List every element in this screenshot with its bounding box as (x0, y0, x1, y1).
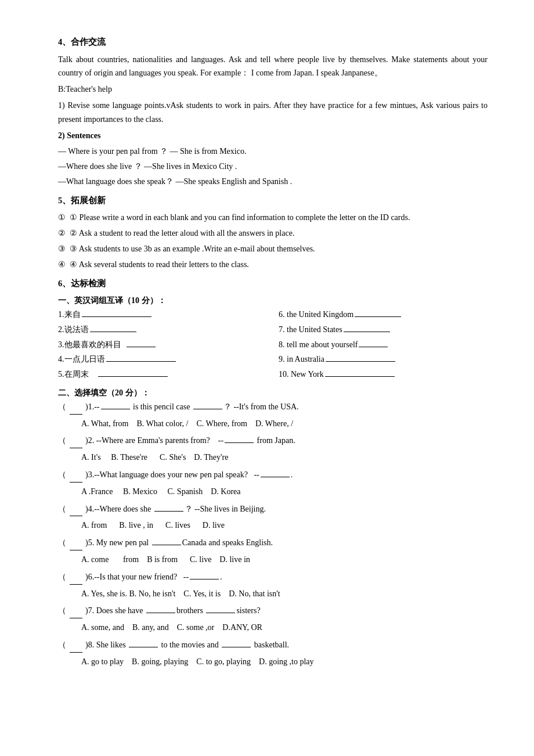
mc-options-5: A. come from B is from C. live D. live i… (81, 553, 488, 567)
section-5-item-4: ④ ④ Ask several students to read their l… (58, 258, 488, 272)
mc-item-1: （ )1.-- is this pencil case ？ --It's fro… (58, 400, 488, 415)
mc-item-7: （ )7. Does she have brothers sisters? (58, 604, 488, 618)
part-2: 二、选择填空（20 分）： （ )1.-- is this pencil cas… (58, 386, 488, 669)
part-1-title: 一、英汉词组互译（10 分）： (58, 294, 488, 308)
vocab-item-3-right: 8. tell me about yourself (279, 338, 488, 352)
section-5-item-1: ① ① Please write a word in each blank an… (58, 211, 488, 225)
section-4-p3: 1) Revise some language points.vAsk stud… (58, 99, 488, 127)
section-5-item-2: ② ② Ask a student to read the letter alo… (58, 226, 488, 240)
page-content: 4、合作交流 Talk about countries, nationaliti… (58, 35, 488, 669)
section-4-p4: 2) Sentences (58, 129, 488, 143)
vocab-item-2-left: 2.说法语 (58, 323, 267, 337)
mc-options-6: A. Yes, she is. B. No, he isn't C. Yes, … (81, 587, 488, 601)
mc-options-8: A. go to play B. going, playing C. to go… (81, 655, 488, 669)
qa-line-1: — Where is your pen pal from ？ — She is … (58, 145, 488, 159)
mc-item-8: （ )8. She likes to the movies and basket… (58, 638, 488, 653)
section-5-title: 5、拓展创新 (58, 193, 488, 208)
mc-options-3: A .France B. Mexico C. Spanish D. Korea (81, 485, 488, 499)
section-4-p2: B:Teacher's help (58, 82, 488, 96)
part-1: 一、英汉词组互译（10 分）： 1.来自 6. the United Kingd… (58, 294, 488, 381)
mc-item-6: （ )6.--Is that your new friend? --. (58, 570, 488, 585)
vocab-item-3-left: 3.他最喜欢的科目 (58, 338, 267, 352)
vocab-grid: 1.来自 6. the United Kingdom 2.说法语 7. the … (58, 308, 488, 381)
vocab-item-4-left: 4.一点儿日语 (58, 352, 267, 366)
qa-line-3: —What language does she speak？ —She spea… (58, 175, 488, 189)
section-5: 5、拓展创新 ① ① Please write a word in each b… (58, 193, 488, 272)
mc-item-2: （ )2. --Where are Emma's parents from? -… (58, 434, 488, 448)
vocab-item-5-right: 10. New York (279, 368, 488, 381)
section-4-title: 4、合作交流 (58, 35, 488, 49)
mc-options-1: A. What, from B. What color, / C. Where,… (81, 417, 488, 431)
mc-item-3: （ )3.--What language does your new pen p… (58, 468, 488, 483)
mc-options-7: A. some, and B. any, and C. some ,or D.A… (81, 621, 488, 635)
vocab-item-2-right: 7. the United States (279, 323, 488, 337)
section-4: 4、合作交流 Talk about countries, nationaliti… (58, 35, 488, 189)
part-2-title: 二、选择填空（20 分）： (58, 386, 488, 400)
vocab-item-5-left: 5.在周末 (58, 368, 267, 381)
mc-item-4: （ )4.--Where does she ？ --She lives in B… (58, 502, 488, 517)
mc-item-5: （ )5. My new pen pal Canada and speaks E… (58, 536, 488, 550)
section-5-item-3: ③ ③ Ask students to use 3b as an example… (58, 242, 488, 256)
section-6-title: 6、达标检测 (58, 276, 488, 291)
mc-options-2: A. It's B. These're C. She's D. They're (81, 451, 488, 465)
section-4-p1: Talk about countries, nationalities and … (58, 53, 488, 81)
vocab-item-1-left: 1.来自 (58, 308, 267, 322)
vocab-item-4-right: 9. in Australia (279, 352, 488, 366)
mc-options-4: A. from B. live , in C. lives D. live (81, 519, 488, 532)
qa-line-2: —Where does she live ？ —She lives in Mex… (58, 160, 488, 174)
vocab-item-1-right: 6. the United Kingdom (279, 308, 488, 322)
section-6: 6、达标检测 一、英汉词组互译（10 分）： 1.来自 6. the Unite… (58, 276, 488, 669)
